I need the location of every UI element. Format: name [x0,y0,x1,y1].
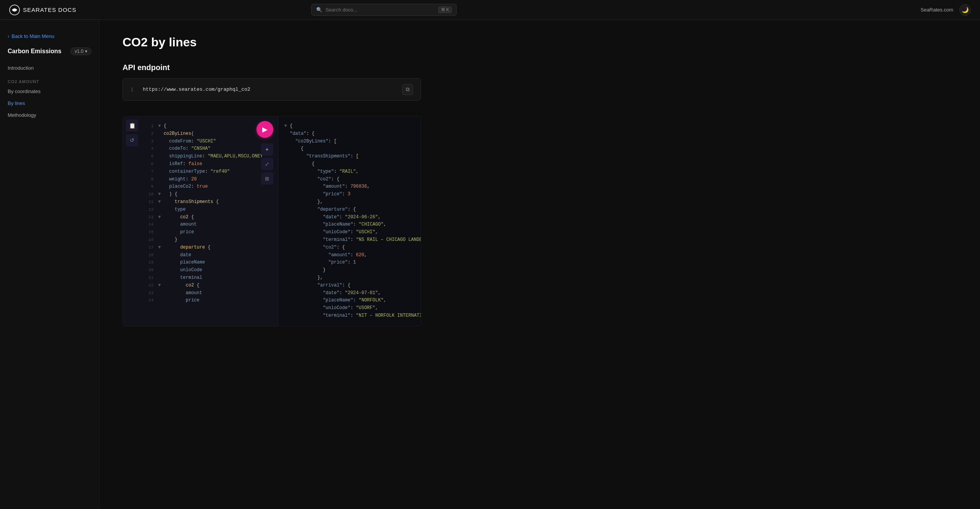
fullscreen-button[interactable]: ⤢ [261,158,273,170]
code-right-line: "amount": 620, [284,252,415,259]
code-right-line: "co2": { [284,176,415,183]
copy-icon: ⧉ [406,86,410,93]
code-right-line: "unloCode": "USCHI", [284,229,415,236]
code-line: 21 terminal [143,274,273,282]
api-endpoint-title: API endpoint [122,63,421,72]
code-line: 12 type [143,206,273,214]
search-icon: 🔍 [316,7,322,13]
sidebar-item-methodology[interactable]: Methodology [0,109,99,121]
clone-button[interactable]: ⊞ [261,172,273,185]
sidebar-item-by-coordinates[interactable]: By coordinates [0,85,99,97]
doc-copy-button[interactable]: 📋 [126,119,138,132]
code-right-line: ▼ { [284,123,415,130]
code-line: 2 co2ByLines( [143,130,273,138]
code-line: 11▼ transShipments { [143,198,273,206]
code-line: 18 date [143,252,273,259]
collapse-icon[interactable]: ▼ [158,198,163,206]
code-right-line: "date": "2024-06-26", [284,214,415,221]
code-line: 16 } [143,236,273,244]
code-right-line: }, [284,198,415,206]
sidebar-section-header: Carbon Emissions v1.0 ▾ [0,47,99,57]
code-right-line: "data": { [284,130,415,138]
search-input[interactable] [325,7,435,13]
history-button[interactable]: ↺ [126,134,138,146]
endpoint-line-num: 1 [131,87,138,92]
endpoint-url: https://www.searates.com/graphql_co2 [143,87,398,92]
logo-icon [9,5,20,15]
code-line: 7 containerType: "ref40" [143,168,273,176]
code-right-line: "arrival": { [284,282,415,290]
back-to-main-menu[interactable]: ‹ Back to Main Menu [0,29,99,47]
clone-icon: ⊞ [265,176,269,182]
chevron-down-icon: ▾ [85,49,87,54]
sidebar-item-by-lines[interactable]: By lines [0,97,99,109]
code-line: 8 weight: 20 [143,176,273,183]
code-line: 20 unloCode [143,267,273,274]
search-bar[interactable]: 🔍 ⌘ K [311,4,457,16]
endpoint-box: 1 https://www.searates.com/graphql_co2 ⧉ [122,78,421,101]
code-right-line: "date": "2024-07-01", [284,290,415,297]
collapse-icon[interactable]: ▼ [158,244,163,252]
code-right-line: "transShipments": [ [284,153,415,160]
code-right-line: "unloCode": "USORF", [284,304,415,312]
code-right-line: "type": "RAIL", [284,168,415,176]
search-shortcut: ⌘ K [438,7,452,13]
code-right-line: }, [284,274,415,282]
main-content: CO2 by lines API endpoint 1 https://www.… [100,20,444,509]
prettify-button[interactable]: ✦ [261,143,273,155]
code-right: ▼ { "data": { "co2ByLines": [ { "transSh… [278,116,421,326]
main-layout: ‹ Back to Main Menu Carbon Emissions v1.… [0,20,980,509]
code-right-line: { [284,145,415,153]
code-right-line: "co2": { [284,244,415,252]
play-button[interactable]: ▶ [256,121,273,138]
code-panel: 📋 ↺ ▶ ✦ ⤢ ⊞ [122,116,421,326]
collapse-icon[interactable]: ▼ [158,282,163,290]
code-line: 19 placeName [143,259,273,267]
code-right-line: } [284,267,415,274]
version-badge[interactable]: v1.0 ▾ [70,47,91,55]
copy-doc-icon: 📋 [129,123,136,129]
collapse-icon[interactable]: ▼ [158,123,163,130]
topnav: SEARATES DOCS 🔍 ⌘ K SeaRates.com 🌙 [0,0,980,20]
code-right-line: "co2ByLines": [ [284,138,415,146]
prettify-icon: ✦ [265,147,269,152]
play-icon: ▶ [262,125,268,134]
code-right-line: "placeName": "NORFOLK", [284,297,415,304]
code-line: 13▼ co2 { [143,214,273,221]
code-line: 24 price [143,297,273,304]
code-line: 6 isRef: false [143,160,273,168]
code-line: 15 price [143,229,273,236]
collapse-icon[interactable]: ▼ [158,214,163,221]
sidebar-item-introduction[interactable]: Introduction [0,62,99,74]
code-line: 9 placeCo2: true [143,183,273,191]
page-title: CO2 by lines [122,35,421,49]
dark-mode-toggle[interactable]: 🌙 [959,4,971,16]
chevron-left-icon: ‹ [8,33,9,40]
history-icon: ↺ [130,137,134,143]
code-line: 14 amount [143,221,273,229]
code-right-line: "departure": { [284,206,415,214]
code-line: 5 shippingLine: "MAEU,APLU,MSCU,ONEY" [143,153,273,160]
code-line: 17▼ departure { [143,244,273,252]
collapse-icon[interactable]: ▼ [158,191,163,198]
code-right-line: "price": 1 [284,259,415,267]
code-line: 10▼ ) { [143,191,273,198]
code-right-line: "amount": 796836, [284,183,415,191]
code-right-line: "terminal": "NIT – NORFOLK INTERNATION T… [284,312,415,320]
action-buttons: ✦ ⤢ ⊞ [261,143,273,185]
logo: SEARATES DOCS [9,5,76,15]
nav-right: SeaRates.com 🌙 [921,4,971,16]
sidebar-title: Carbon Emissions [8,48,61,55]
site-link[interactable]: SeaRates.com [921,7,953,13]
code-left: 1▼ {2 co2ByLines(3 codeFrom: "USCHI"4 co… [123,116,278,326]
sidebar-nav: Introduction CO2 AMOUNT By coordinates B… [0,62,99,121]
code-line: 1▼ { [143,123,273,130]
sidebar-group-co2-amount: CO2 AMOUNT [0,74,99,85]
code-line: 23 amount [143,290,273,297]
fullscreen-icon: ⤢ [265,161,269,167]
code-line: 4 codeTo: "CNSHA" [143,145,273,153]
code-right-line: "terminal": "NS RAIL – CHICAGO LANDERS", [284,236,415,244]
code-line: 22▼ co2 { [143,282,273,290]
panel-controls: 📋 ↺ [126,119,138,146]
endpoint-copy-button[interactable]: ⧉ [402,84,413,95]
